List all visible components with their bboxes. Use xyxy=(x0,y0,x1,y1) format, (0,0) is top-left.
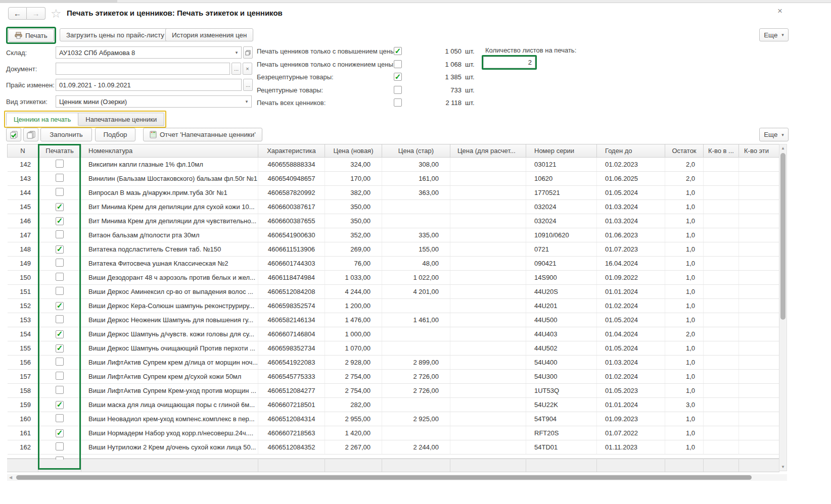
fill-button[interactable]: Заполнить xyxy=(40,128,92,141)
column-header-q2[interactable]: К-во эти xyxy=(739,144,779,158)
tab-price-tags-to-print[interactable]: Ценники на печать xyxy=(6,113,78,126)
vertical-scrollbar[interactable]: ▲ ▼ xyxy=(779,144,787,471)
table-row[interactable]: 158Виши ЛифтАктив Супрем Крем-уход проти… xyxy=(8,384,779,398)
chevron-down-icon[interactable]: ▾ xyxy=(242,96,251,107)
back-button[interactable]: ← xyxy=(8,7,27,20)
scroll-down-icon[interactable]: ▼ xyxy=(779,463,787,471)
table-row[interactable]: 161Виши Нормадерм Набор уход корр.п/несо… xyxy=(8,426,779,440)
row-print-checkbox[interactable] xyxy=(56,429,64,437)
column-header-pnew[interactable]: Цена (новая) xyxy=(325,144,382,158)
table-row[interactable]: 153Виши Деркос Неоженик Шампунь для повы… xyxy=(8,313,779,327)
favorite-star-icon[interactable]: ☆ xyxy=(51,7,62,21)
document-input[interactable] xyxy=(56,63,229,74)
filter-checkbox[interactable] xyxy=(394,47,402,55)
row-print-checkbox[interactable] xyxy=(56,230,64,238)
column-header-pcalc[interactable]: Цена (для расчет... xyxy=(450,144,526,158)
cell-ser: 44U201 xyxy=(526,299,597,313)
row-print-checkbox[interactable] xyxy=(56,344,64,352)
row-print-checkbox[interactable] xyxy=(56,372,64,380)
cell-code: 4606601744303 xyxy=(258,257,325,271)
cell-q2 xyxy=(739,271,779,285)
row-print-checkbox[interactable] xyxy=(56,259,64,267)
table-row[interactable]: 151Виши Деркос Аминексил ср-во от выпаде… xyxy=(8,285,779,299)
table-row[interactable]: 145Вит Минима Крем для депиляции для сух… xyxy=(8,200,779,214)
more-button-table[interactable]: Еще▾ xyxy=(759,128,789,141)
row-print-checkbox[interactable] xyxy=(56,273,64,281)
row-print-checkbox[interactable] xyxy=(56,414,64,422)
cell-exp: 16.04.2024 xyxy=(597,257,665,271)
table-row[interactable]: 148Витатека подсластитель Стевия таб. №1… xyxy=(8,242,779,257)
column-header-n[interactable]: N xyxy=(8,144,38,158)
table-row[interactable]: 147Витаон бальзам д/полости рта 30мл4606… xyxy=(8,228,779,242)
column-header-pold[interactable]: Цена (стар) xyxy=(382,144,450,158)
table-row[interactable]: 150Виши Дезодорант 48 ч аэрозоль против … xyxy=(8,271,779,285)
column-header-stk[interactable]: Остаток xyxy=(665,144,704,158)
filter-label: Печать ценников только с повышением цены… xyxy=(257,47,397,55)
horizontal-scrollbar[interactable]: ◀ xyxy=(7,474,787,481)
warehouse-input[interactable] xyxy=(56,47,232,58)
filter-checkbox[interactable] xyxy=(394,73,402,81)
price-history-button[interactable]: История изменения цен xyxy=(165,28,253,41)
check-all-button[interactable] xyxy=(6,128,21,141)
row-print-checkbox[interactable] xyxy=(56,203,64,211)
table-row[interactable]: 156Виши ЛифтАктив Супрем крем д/лица от … xyxy=(8,356,779,370)
table-row[interactable]: 159Виши маска для лица очищающая поры с … xyxy=(8,398,779,412)
column-header-name[interactable]: Номенклатура xyxy=(81,144,258,158)
row-print-checkbox[interactable] xyxy=(56,386,64,394)
forward-button[interactable]: → xyxy=(27,7,45,20)
label-type-input[interactable] xyxy=(56,96,242,107)
close-icon[interactable]: × xyxy=(777,6,782,16)
uncheck-all-button[interactable] xyxy=(23,128,38,141)
printed-tags-report-button[interactable]: Отчет 'Напечатанные ценники' xyxy=(143,128,262,141)
row-print-checkbox[interactable] xyxy=(56,330,64,338)
filter-checkbox[interactable] xyxy=(394,86,402,94)
column-header-code[interactable]: Характеристика xyxy=(258,144,325,158)
pick-button[interactable]: Подбор xyxy=(95,128,135,141)
row-print-checkbox[interactable] xyxy=(56,358,64,366)
row-print-checkbox[interactable] xyxy=(56,401,64,409)
table-row[interactable]: 162Виши Нутриложи 2 Крем д/очень сухой к… xyxy=(8,440,779,455)
price-changed-input[interactable] xyxy=(56,79,241,90)
row-print-checkbox[interactable] xyxy=(56,217,64,225)
filter-checkbox[interactable] xyxy=(394,98,402,107)
warehouse-field: ▾ xyxy=(56,46,242,59)
column-header-q1[interactable]: К-во в ... xyxy=(704,144,739,158)
load-prices-button[interactable]: Загрузить цены по прайс-листу xyxy=(60,28,171,41)
column-header-ser[interactable]: Номер серии xyxy=(526,144,597,158)
column-header-exp[interactable]: Годен до xyxy=(597,144,665,158)
table-row[interactable]: 160Виши Неовадиол крем-уход компенс.комп… xyxy=(8,412,779,426)
tab-printed-price-tags[interactable]: Напечатанные ценники xyxy=(78,113,164,126)
warehouse-open-button[interactable] xyxy=(243,46,253,59)
table-row[interactable]: 146Вит Минима Крем для депиляции для чув… xyxy=(8,214,779,228)
print-button[interactable]: Печать xyxy=(8,29,54,42)
row-print-checkbox[interactable] xyxy=(56,287,64,295)
cell-stk: 1,0 xyxy=(665,426,704,440)
row-print-checkbox[interactable] xyxy=(56,188,64,196)
column-header-chk[interactable]: Печатать xyxy=(38,144,81,158)
horizontal-scroll-thumb[interactable] xyxy=(16,475,752,480)
table-row[interactable]: 143Винилин (Бальзам Шостаковского) бальз… xyxy=(8,172,779,186)
table-row[interactable]: 157Виши ЛифтАктив Супрем крем д/сухой ко… xyxy=(8,370,779,384)
scroll-left-icon[interactable]: ◀ xyxy=(7,474,14,481)
filter-checkbox[interactable] xyxy=(394,60,402,68)
vertical-scroll-thumb[interactable] xyxy=(780,153,786,320)
table-row[interactable]: 149Витатека Фитосвеча ушная Классическая… xyxy=(8,257,779,271)
table-row[interactable]: 142Виксипин капли глазные 1% фл.10мл4606… xyxy=(8,158,779,172)
row-print-checkbox[interactable] xyxy=(56,160,64,168)
row-print-checkbox[interactable] xyxy=(56,174,64,182)
row-print-checkbox[interactable] xyxy=(56,245,64,254)
price-changed-period-button[interactable]: ... xyxy=(243,79,253,91)
document-select-button[interactable]: ... xyxy=(232,63,241,75)
chevron-down-icon[interactable]: ▾ xyxy=(232,47,241,58)
scroll-up-icon[interactable]: ▲ xyxy=(779,144,787,152)
document-clear-button[interactable]: × xyxy=(243,63,252,75)
table-row[interactable]: 144Випросал В мазь д/наружн.прим.туба 30… xyxy=(8,186,779,200)
row-print-checkbox[interactable] xyxy=(56,315,64,323)
row-print-checkbox[interactable] xyxy=(56,442,64,450)
more-button-top[interactable]: Еще▾ xyxy=(759,28,789,41)
table-row[interactable]: 155Виши Деркос Шампунь очищающий Против … xyxy=(8,341,779,356)
row-print-checkbox[interactable] xyxy=(56,302,64,310)
table-row[interactable]: 154Виши Деркос Шампунь д/чувств. кожи го… xyxy=(8,327,779,341)
table-row[interactable]: 152Виши Деркос Кера-Солюшн шампунь рекон… xyxy=(8,299,779,313)
sheets-count-input[interactable] xyxy=(483,57,535,68)
